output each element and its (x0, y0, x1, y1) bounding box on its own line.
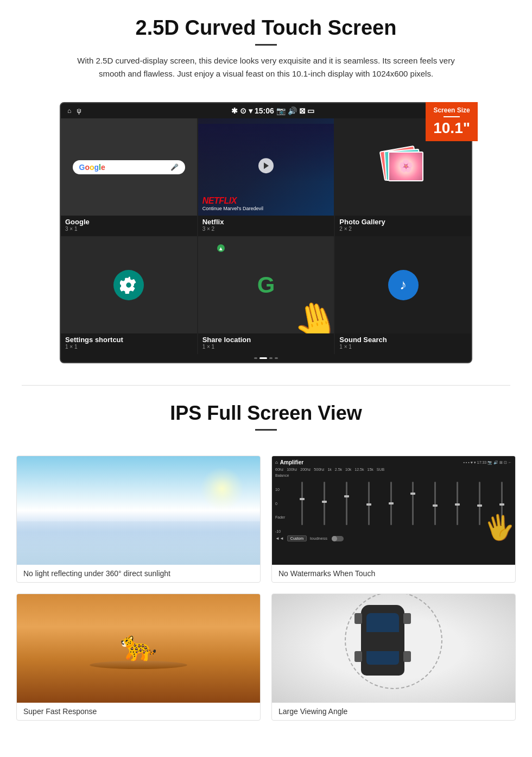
car-body-wrapper (361, 605, 404, 676)
share-app-name: Share location (202, 336, 330, 344)
freq-60hz: 60hz (275, 468, 283, 471)
gallery-label-cell: Photo Gallery 2 × 2 (335, 216, 471, 236)
netflix-info: NETFLIX Continue Marvel's Daredevil (202, 196, 263, 211)
device-frame: ⌂ ψ ✱ ⊙ ▾ 15:06 📷 🔊 ⊠ ▭ Google (60, 102, 472, 363)
settings-label-cell: Settings shortcut 1 × 1 (61, 333, 197, 354)
status-bar-left: ⌂ ψ (67, 107, 81, 115)
amp-screen-content: ⌂ Amplifier ▪ ▪ ▪ ♥ ▾ 17:33 📷 🔊 ⊠ ⊡ ← 60… (272, 456, 515, 565)
slider-6[interactable] (412, 482, 414, 525)
app-labels-bottom: Settings shortcut 1 × 1 Share location 1… (61, 333, 471, 354)
close-box-icon: ⊠ (299, 106, 306, 115)
cheetah-content: 🐆 (90, 628, 187, 669)
slider-9[interactable] (479, 482, 480, 525)
netflix-app-name: Netflix (202, 218, 330, 226)
google-app-size: 3 × 1 (65, 226, 193, 232)
google-maps-g: G (257, 272, 275, 298)
page-dot-1[interactable] (254, 357, 257, 359)
share-location-cell[interactable]: G ▲ 🤚 (198, 236, 334, 333)
freq-15k: 15k (367, 468, 373, 471)
slider-7[interactable] (434, 482, 436, 525)
slider-5[interactable] (390, 482, 392, 525)
volume-icon: 🔊 (288, 106, 297, 115)
page-dot-4[interactable] (275, 357, 278, 359)
section1-description: With 2.5D curved-display screen, this de… (76, 54, 456, 80)
freq-2.5k: 2.5k (335, 468, 342, 471)
watermarks-label: No Watermarks When Touch (272, 565, 515, 582)
sunlight-label: No light reflecting under 360° direct su… (17, 565, 260, 582)
share-label-cell: Share location 1 × 1 (198, 333, 334, 354)
freq-10k: 10k (345, 468, 351, 471)
amp-hand-icon: 🖐 (482, 510, 515, 544)
mic-icon: 🎤 (170, 163, 179, 171)
settings-app-size: 1 × 1 (65, 344, 193, 350)
sliders-group (292, 482, 512, 525)
google-search-bar[interactable]: Google 🎤 (73, 160, 186, 174)
freq-500hz: 500hz (314, 468, 324, 471)
page-dot-3[interactable] (269, 357, 273, 359)
netflix-play-button[interactable] (258, 158, 274, 173)
pagination (61, 354, 471, 362)
status-bar: ⌂ ψ ✱ ⊙ ▾ 15:06 📷 🔊 ⊠ ▭ (61, 103, 471, 118)
car-body (361, 605, 404, 676)
freq-200hz: 200hz (300, 468, 311, 471)
freq-sub: SUB (377, 468, 384, 471)
custom-button[interactable]: Custom (287, 535, 307, 541)
google-app-cell[interactable]: Google 🎤 (61, 118, 197, 216)
camera-icon: 📷 (276, 106, 286, 115)
feature-fast-response: 🐆 Super Fast Response (16, 594, 261, 721)
settings-app-cell[interactable] (61, 236, 197, 333)
wheel-rear-right (403, 651, 411, 662)
badge-line (444, 116, 460, 117)
home-small-icon: ⌂ (275, 460, 278, 465)
slider-3[interactable] (346, 482, 347, 525)
sound-search-cell[interactable]: ♪ (335, 236, 471, 333)
screen-size-badge: Screen Size 10.1" (426, 102, 478, 141)
app-grid-bottom: G ▲ 🤚 ♪ (61, 236, 471, 333)
google-logo: Google (79, 163, 105, 172)
amp-back-icon: ◄◄ (275, 536, 284, 541)
label-fader: Fader (275, 515, 289, 519)
google-label-cell: Google 3 × 1 (61, 216, 197, 236)
loudness-toggle[interactable] (332, 536, 344, 541)
page-dot-2[interactable] (259, 357, 267, 359)
freq-1k: 1k (327, 468, 331, 471)
slider-2[interactable] (324, 482, 325, 525)
music-note-circle: ♪ (388, 270, 419, 300)
wheel-rear-left (354, 651, 362, 662)
usb-icon: ψ (77, 107, 81, 115)
section2-title: IPS Full Screen View (33, 402, 499, 425)
sound-app-size: 1 × 1 (339, 344, 467, 350)
time-display: 15:06 (255, 106, 274, 115)
section1-title: 2.5D Curved Touch Screen (33, 16, 499, 40)
amp-time: ▪ ▪ ▪ ♥ ▾ 17:33 📷 🔊 ⊠ ⊡ ← (463, 460, 512, 465)
feature-viewing-angle: Large Viewing Angle (271, 594, 516, 721)
sky-image (17, 456, 260, 565)
label-0: 0 (275, 502, 289, 506)
netflix-label-cell: Netflix 3 × 2 (198, 216, 334, 236)
maps-pin: ▲ (217, 244, 225, 252)
viewing-angle-label: Large Viewing Angle (272, 703, 515, 720)
cheetah-shadow (90, 661, 187, 669)
app-labels-top: Google 3 × 1 Netflix 3 × 2 Photo Gallery… (61, 216, 471, 236)
settings-app-name: Settings shortcut (65, 336, 193, 344)
label-10: 10 (275, 488, 289, 491)
amp-sliders-area: Balance 10 0 Fader -10 (275, 474, 512, 533)
netflix-app-cell[interactable]: NETFLIX Continue Marvel's Daredevil (198, 118, 334, 216)
sound-app-name: Sound Search (339, 336, 467, 344)
photo-stack: 🌸 (382, 148, 425, 186)
home-icon[interactable]: ⌂ (67, 107, 71, 115)
gallery-app-size: 2 × 2 (339, 226, 467, 232)
sound-label-cell: Sound Search 1 × 1 (335, 333, 471, 354)
wheel-front-left (354, 613, 362, 624)
feature-grid: No light reflecting under 360° direct su… (0, 450, 532, 737)
loudness-label: loudness (310, 536, 327, 541)
share-app-size: 1 × 1 (202, 344, 330, 350)
car-wheels-right (403, 613, 411, 662)
share-location-content: G ▲ (198, 236, 334, 333)
slider-8[interactable] (457, 482, 458, 525)
app-grid: Google 🎤 NETFLIX Continue Marvel's Dared… (61, 118, 471, 216)
slider-4[interactable] (368, 482, 370, 525)
cheetah-image: 🐆 (17, 594, 260, 703)
slider-1[interactable] (301, 482, 303, 525)
badge-label: Screen Size (433, 106, 470, 114)
